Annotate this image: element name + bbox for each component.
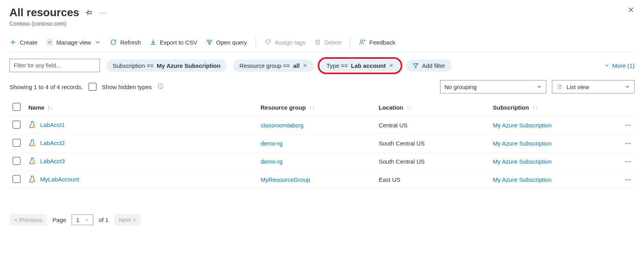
refresh-label: Refresh bbox=[120, 39, 141, 46]
page-value: 1 bbox=[76, 216, 79, 223]
sort-icon: ↑↓ bbox=[309, 104, 315, 111]
row-checkbox[interactable] bbox=[13, 121, 20, 129]
row-menu-icon[interactable]: ··· bbox=[625, 176, 631, 183]
row-menu-icon[interactable]: ··· bbox=[625, 140, 631, 147]
filter-pill[interactable]: Type == Lab account bbox=[320, 60, 400, 72]
resource-name-link[interactable]: LabAcct2 bbox=[40, 140, 65, 146]
pager: < Previous Page 1 of 1 Next > bbox=[9, 189, 635, 226]
info-icon[interactable] bbox=[157, 83, 164, 91]
more-icon[interactable]: ··· bbox=[99, 9, 107, 17]
previous-button: < Previous bbox=[9, 214, 47, 226]
resource-group-link[interactable]: MyResourceGroup bbox=[261, 176, 310, 183]
lab-account-icon bbox=[28, 139, 36, 147]
resources-table: Name ↑↓ Resource group ↑↓ Location ↑↓ Su… bbox=[9, 99, 635, 189]
manage-view-label: Manage view bbox=[56, 39, 91, 46]
filter-pill-label: Type == bbox=[326, 62, 348, 69]
location-text: South Central US bbox=[379, 158, 425, 165]
add-filter-icon bbox=[413, 62, 419, 69]
pin-icon[interactable] bbox=[85, 9, 93, 16]
table-row: LabAcct3demo-rgSouth Central USMy Azure … bbox=[9, 153, 635, 171]
filter-pill-value: My Azure Subscription bbox=[157, 62, 220, 69]
close-icon[interactable] bbox=[627, 6, 635, 13]
page-label: Page bbox=[52, 216, 66, 223]
refresh-button[interactable]: Refresh bbox=[110, 39, 141, 46]
show-hidden-label: Show hidden types bbox=[102, 84, 152, 90]
export-csv-button[interactable]: Export to CSV bbox=[150, 39, 197, 46]
column-name[interactable]: Name ↑↓ bbox=[25, 99, 257, 116]
filter-pill-value: Lab account bbox=[351, 62, 386, 69]
row-checkbox[interactable] bbox=[13, 157, 20, 165]
page-title: All resources bbox=[9, 6, 79, 19]
remove-filter-icon[interactable] bbox=[303, 62, 307, 69]
row-checkbox[interactable] bbox=[13, 139, 20, 147]
sort-icon: ↑↓ bbox=[532, 104, 538, 111]
table-row: MyLabAccountMyResourceGroupEast USMy Azu… bbox=[9, 171, 635, 189]
status-row: Showing 1 to 4 of 4 records. Show hidden… bbox=[9, 76, 635, 99]
grouping-value: No grouping bbox=[444, 84, 477, 90]
filters-row: Subscription == My Azure SubscriptionRes… bbox=[9, 52, 635, 76]
location-text: Central US bbox=[379, 122, 407, 129]
chevron-down-icon bbox=[537, 84, 542, 90]
subscription-link[interactable]: My Azure Subscription bbox=[493, 140, 551, 147]
delete-label: Delete bbox=[324, 39, 341, 46]
sort-icon: ↑↓ bbox=[48, 104, 54, 111]
subscription-link[interactable]: My Azure Subscription bbox=[493, 176, 551, 183]
filter-pill-label: Resource group == bbox=[239, 62, 290, 69]
toolbar: Create Manage view Refresh Export to CSV… bbox=[9, 32, 635, 52]
view-mode-select[interactable]: List view bbox=[552, 80, 635, 93]
table-row: LabAcct2demo-rgSouth Central USMy Azure … bbox=[9, 134, 635, 153]
page-of-label: of 1 bbox=[99, 216, 109, 223]
filter-pill[interactable]: Resource group == all bbox=[233, 60, 314, 72]
filter-pill[interactable]: Subscription == My Azure Subscription bbox=[106, 60, 227, 72]
delete-button: Delete bbox=[314, 39, 341, 46]
create-button[interactable]: Create bbox=[9, 39, 37, 46]
svg-point-4 bbox=[269, 41, 270, 41]
lab-account-icon bbox=[28, 175, 36, 183]
chevron-down-icon bbox=[604, 63, 610, 68]
create-label: Create bbox=[20, 39, 37, 46]
grouping-select[interactable]: No grouping bbox=[440, 80, 546, 93]
lab-account-icon bbox=[28, 157, 36, 165]
resource-group-link[interactable]: classroomlabsrg bbox=[261, 122, 303, 129]
filter-pill-label: Subscription == bbox=[113, 62, 154, 69]
remove-filter-icon[interactable] bbox=[389, 62, 394, 69]
location-text: South Central US bbox=[379, 140, 425, 147]
resource-group-link[interactable]: demo-rg bbox=[261, 140, 283, 147]
assign-tags-label: Assign tags bbox=[275, 39, 305, 46]
row-menu-icon[interactable]: ··· bbox=[625, 158, 631, 165]
chevron-down-icon bbox=[84, 218, 89, 222]
subscription-link[interactable]: My Azure Subscription bbox=[493, 122, 551, 129]
lab-account-icon bbox=[28, 121, 36, 129]
toolbar-separator bbox=[350, 38, 350, 47]
record-summary: Showing 1 to 4 of 4 records. bbox=[9, 84, 83, 90]
filter-input[interactable] bbox=[9, 59, 100, 72]
resource-name-link[interactable]: MyLabAccount bbox=[40, 176, 79, 183]
column-resource-group[interactable]: Resource group ↑↓ bbox=[257, 99, 376, 116]
page-select[interactable]: 1 bbox=[72, 215, 93, 225]
resource-name-link[interactable]: LabAcct1 bbox=[40, 121, 65, 128]
row-menu-icon[interactable]: ··· bbox=[625, 122, 631, 129]
column-subscription[interactable]: Subscription ↑↓ bbox=[490, 99, 619, 116]
chevron-down-icon bbox=[94, 39, 101, 46]
filter-pill-value: all bbox=[293, 62, 300, 69]
resource-group-link[interactable]: demo-rg bbox=[261, 158, 283, 165]
row-checkbox[interactable] bbox=[13, 175, 20, 183]
svg-point-0 bbox=[49, 41, 51, 43]
chevron-down-icon bbox=[625, 84, 630, 90]
column-location[interactable]: Location ↑↓ bbox=[376, 99, 490, 116]
export-csv-label: Export to CSV bbox=[160, 39, 197, 46]
add-filter-button[interactable]: Add filter bbox=[406, 60, 452, 72]
subscription-link[interactable]: My Azure Subscription bbox=[493, 158, 551, 165]
open-query-button[interactable]: Open query bbox=[206, 39, 247, 46]
manage-view-button[interactable]: Manage view bbox=[46, 39, 101, 46]
view-mode-value: List view bbox=[566, 84, 621, 90]
show-hidden-checkbox[interactable] bbox=[89, 83, 96, 91]
more-filters-link[interactable]: More (1) bbox=[604, 62, 635, 69]
select-all-checkbox[interactable] bbox=[13, 103, 20, 111]
location-text: East US bbox=[379, 176, 400, 183]
feedback-button[interactable]: Feedback bbox=[359, 39, 395, 46]
page-header: All resources ··· Contoso (contoso.com) bbox=[9, 6, 635, 27]
resource-name-link[interactable]: LabAcct3 bbox=[40, 158, 65, 164]
feedback-label: Feedback bbox=[369, 39, 395, 46]
next-button: Next > bbox=[114, 214, 141, 226]
